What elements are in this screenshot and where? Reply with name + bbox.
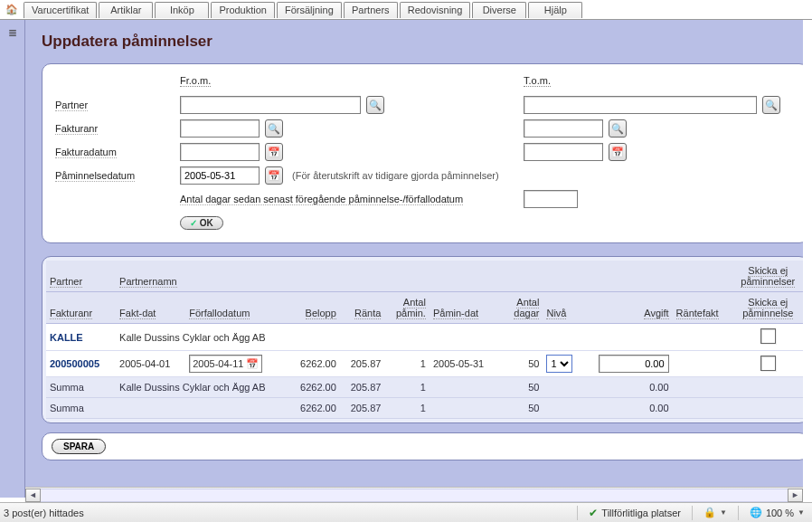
group-name: Kalle Dussins Cyklar och Ägg AB [116,324,732,351]
row-forfallo-picker[interactable]: 2005-04-11 📅 [189,355,262,373]
scroll-left-icon[interactable]: ◄ [25,489,41,502]
sum1-ranta: 205.87 [340,377,385,398]
calendar-icon[interactable]: 📅 [609,143,627,161]
scroll-track[interactable] [41,489,788,502]
ok-button[interactable]: OK [180,216,223,230]
calendar-icon[interactable]: 📅 [246,358,259,370]
sum2-ranta: 205.87 [340,398,385,419]
chevron-down-icon[interactable]: ▼ [720,508,727,517]
left-rail: ≣ [0,20,25,498]
save-button[interactable]: SPARA [52,439,106,454]
label-fakturanr: Fakturanr [55,123,98,135]
top-tabs: 🏠 Varucertifikat Artiklar Inköp Produkti… [0,0,812,20]
chevron-down-icon[interactable]: ▼ [798,508,805,517]
calendar-icon[interactable]: 📅 [265,166,283,185]
sum1-belopp: 6262.00 [285,377,340,398]
col-rantefakt: Räntefakt [676,308,719,319]
fakturanr-from-input[interactable] [180,119,260,138]
sum2-label: Summa [46,398,116,419]
col-belopp: Belopp [306,308,336,319]
col-pamin-dat: Påmin-dat [433,308,478,319]
row-antal-pamin: 1 [384,351,430,377]
partner-to-input[interactable] [524,96,757,114]
from-header: Fr.o.m. [180,75,211,87]
label-paminnelsedatum: Påminnelsedatum [55,170,135,182]
page-title: Uppdatera påminnelser [42,33,803,51]
sum1-antal-dagar: 50 [501,377,543,398]
sum2-avgift: 0.00 [582,398,672,419]
sum2-antal-pamin: 1 [384,398,430,419]
col-skicka-ej-paminnelser: Skicka ej påminnelser [741,265,795,288]
home-icon[interactable]: 🏠 [2,1,22,19]
globe-icon: 🌐 [750,507,762,518]
row-fakturanr[interactable]: 200500005 [50,358,99,369]
group-skicka-checkbox[interactable] [760,328,776,344]
col-antal-pamin: Antal påmin. [396,297,426,319]
save-panel: SPARA [42,432,803,460]
sum2-antal-dagar: 50 [501,398,543,419]
main-area: Uppdatera påminnelser Partner Fakturanr … [25,20,803,490]
row-antal-dagar: 50 [501,351,543,377]
search-icon[interactable]: 🔍 [762,96,780,114]
tab-partners[interactable]: Partners [344,2,398,18]
avgift-input[interactable] [599,355,669,373]
tab-diverse[interactable]: Diverse [472,2,526,18]
sum1-name: Kalle Dussins Cyklar och Ägg AB [116,377,285,398]
filter-panel: Partner Fakturanr Fakturadatum Påminnels… [42,63,803,243]
to-header: T.o.m. [524,75,551,87]
status-left: 3 post(er) hittades [4,508,84,518]
tab-redovisning[interactable]: Redovisning [400,2,471,18]
status-trust: Tillförlitliga platser [601,508,681,518]
tab-varucertifikat[interactable]: Varucertifikat [24,2,97,18]
fakturanr-to-input[interactable] [524,119,603,138]
status-zoom: 100 % [766,508,794,518]
col-partnernamn: Partnernamn [119,276,177,288]
sum-row-total: Summa 6262.00 205.87 1 50 0.00 [46,398,803,419]
search-icon[interactable]: 🔍 [366,96,384,114]
tab-produktion[interactable]: Produktion [211,2,275,18]
check-icon: ✔ [589,507,598,519]
row-skicka-checkbox[interactable] [760,356,776,371]
row-pamin-dat: 2005-05-31 [430,351,501,377]
horizontal-scrollbar[interactable]: ◄ ► [25,487,803,502]
lock-icon: 🔒 [703,507,716,518]
results-panel: Partner Partnernamn Skicka ej påminnelse… [42,256,803,423]
sum-row-partner: Summa Kalle Dussins Cyklar och Ägg AB 62… [46,377,803,398]
label-partner: Partner [55,100,88,111]
fakturadatum-from-input[interactable] [180,143,260,161]
scroll-right-icon[interactable]: ► [788,489,803,502]
sum1-avgift: 0.00 [582,377,672,398]
niva-select[interactable]: 1 [546,355,572,373]
col-antal-dagar: Antal dagar [514,297,539,319]
group-row: KALLE Kalle Dussins Cyklar och Ägg AB [46,324,803,351]
calendar-icon[interactable]: 📅 [265,143,283,161]
sum2-belopp: 6262.00 [285,398,340,419]
status-bar: 3 post(er) hittades ✔ Tillförlitliga pla… [0,502,812,522]
table-row: 200500005 2005-04-01 2005-04-11 📅 6262.0… [46,351,803,377]
tab-forsaljning[interactable]: Försäljning [277,2,342,18]
fakturadatum-to-input[interactable] [524,143,603,161]
header-row-1: Partner Partnernamn Skicka ej påminnelse… [46,261,803,292]
col-skicka-ej-paminnelse: Skicka ej påminnelse [742,297,793,319]
row-belopp: 6262.00 [285,351,340,377]
col-fakturanr: Fakturanr [50,308,92,319]
col-ranta: Ränta [354,308,381,319]
tab-hjalp[interactable]: Hjälp [528,2,582,18]
paminnelse-hint: (För återutskrift av tidigare gjorda påm… [292,170,499,181]
col-partner: Partner [50,276,82,288]
paminnelsedatum-input[interactable] [180,166,260,185]
search-icon[interactable]: 🔍 [265,119,283,138]
search-icon[interactable]: 🔍 [609,119,627,138]
list-icon[interactable]: ≣ [8,27,17,498]
tab-artiklar[interactable]: Artiklar [99,2,153,18]
group-partner[interactable]: KALLE [50,332,83,343]
sum1-label: Summa [46,377,116,398]
antal-dagar-input[interactable] [524,190,578,208]
label-fakturadatum: Fakturadatum [55,147,117,158]
tab-inkop[interactable]: Inköp [155,2,209,18]
col-fakt-dat: Fakt-dat [119,308,156,319]
col-niva: Nivå [546,308,566,319]
row-fakt-dat: 2005-04-01 [116,351,185,377]
partner-from-input[interactable] [180,96,361,114]
label-antal-dagar: Antal dagar sedan senast föregående påmi… [180,194,463,205]
